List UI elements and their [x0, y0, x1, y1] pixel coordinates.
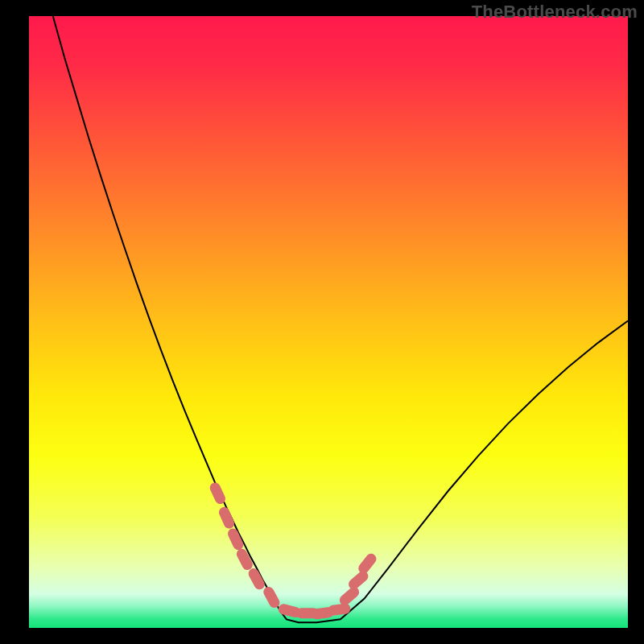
gradient-background [29, 16, 628, 628]
bottleneck-chart [29, 16, 628, 628]
plot-area [29, 16, 628, 628]
watermark-text: TheBottleneck.com [472, 2, 638, 23]
chart-container: TheBottleneck.com [0, 0, 644, 644]
